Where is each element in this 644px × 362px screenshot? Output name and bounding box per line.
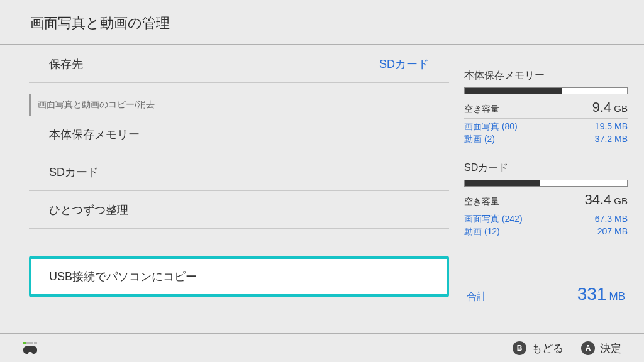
storage-free: 空き容量 34.4GB [464,192,628,211]
storage-bar-fill [465,88,562,94]
storage-bar [464,180,628,187]
storage-title: 本体保存メモリー [464,69,628,82]
storage-title: SDカード [464,162,628,175]
b-button-icon: B [513,341,526,355]
storage-detail: 動画 (2)37.2 MB [464,134,628,145]
row-value: SDカード [379,57,429,72]
main-panel: 保存先 SDカード 画面写真と動画のコピー/消去 本体保存メモリー SDカード … [0,45,455,333]
storage-block-sd: SDカード 空き容量 34.4GB 画面写真 (242)67.3 MB 動画 (… [464,162,628,238]
storage-detail: 画面写真 (242)67.3 MB [464,214,628,225]
storage-total: 合計 331MB [464,284,628,304]
row-save-destination[interactable]: 保存先 SDカード [29,45,449,83]
row-label: 本体保存メモリー [49,127,140,142]
storage-bar [464,87,628,94]
section-label-copy-delete: 画面写真と動画のコピー/消去 [29,94,455,116]
row-label: USB接続でパソコンにコピー [49,269,197,284]
storage-free: 空き容量 9.4GB [464,99,628,119]
row-label: ひとつずつ整理 [49,202,128,217]
row-label: SDカード [49,165,99,180]
row-sd-card[interactable]: SDカード [29,153,449,191]
storage-detail: 動画 (12)207 MB [464,226,628,238]
row-manage-individually[interactable]: ひとつずつ整理 [29,191,449,229]
controller-indicator [23,342,38,354]
storage-detail: 画面写真 (80)19.5 MB [464,121,628,133]
controller-battery-icon [23,342,37,344]
footer-bar: B もどる A 決定 [0,333,644,362]
storage-block-system: 本体保存メモリー 空き容量 9.4GB 画面写真 (80)19.5 MB 動画 … [464,69,628,145]
hint-label: 決定 [600,341,621,356]
hint-ok[interactable]: A 決定 [581,341,621,356]
row-label: 保存先 [49,57,83,72]
hint-back[interactable]: B もどる [513,341,564,356]
row-usb-copy[interactable]: USB接続でパソコンにコピー [29,256,449,297]
hint-label: もどる [531,341,564,356]
storage-bar-fill [465,180,540,186]
storage-panel: 本体保存メモリー 空き容量 9.4GB 画面写真 (80)19.5 MB 動画 … [455,45,644,333]
controller-icon [23,346,38,354]
page-header: 画面写真と動画の管理 [0,0,644,45]
a-button-icon: A [581,341,595,355]
row-system-memory[interactable]: 本体保存メモリー [29,116,449,153]
page-title: 画面写真と動画の管理 [30,14,614,33]
